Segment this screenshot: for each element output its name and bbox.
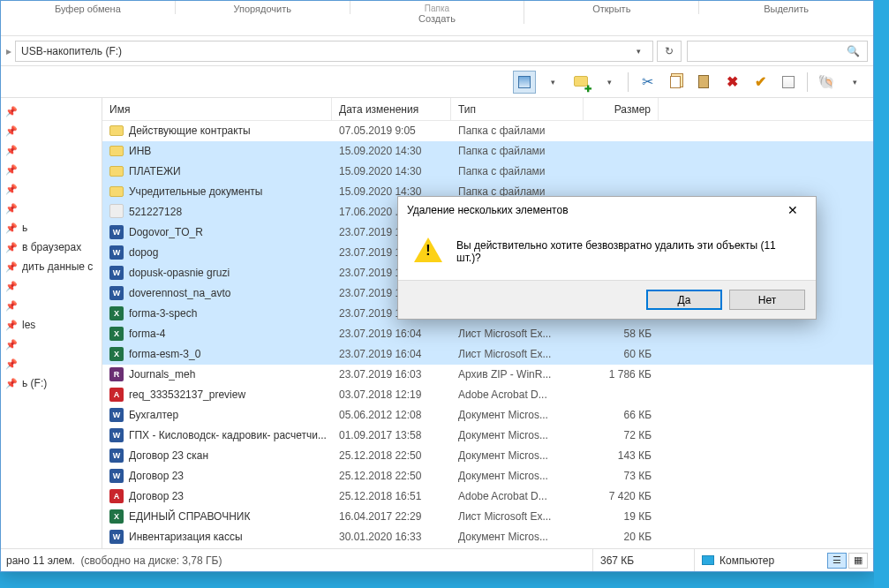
file-row[interactable]: WИнвентаризация кассы30.01.2020 16:33Док… [102,527,873,547]
yes-button[interactable]: Да [646,290,722,310]
file-row[interactable]: WБухгалтер05.06.2012 12:08Документ Micro… [102,405,873,426]
col-type[interactable]: Тип [451,98,584,120]
status-bar: рано 11 элем. (свободно на диске: 3,78 Г… [1,548,873,571]
file-row[interactable]: WДоговор 2325.12.2018 22:50Документ Micr… [102,466,873,486]
sidebar-item[interactable]: 📌 [4,102,102,121]
file-row[interactable]: AДоговор 2325.12.2018 16:51Adobe Acrobat… [102,486,873,507]
file-icon: X [109,509,124,524]
sidebar-item[interactable]: 📌 [4,276,102,296]
ribbon-group-clipboard[interactable]: Буфер обмена [1,1,176,14]
sidebar-item[interactable]: 📌 [4,140,102,160]
sidebar[interactable]: 📌📌📌📌📌📌📌ь📌в браузерах📌дить данные с📌📌📌les… [1,98,102,548]
file-row[interactable]: Xforma-423.07.2019 16:04Лист Microsoft E… [102,324,873,344]
sidebar-item[interactable]: 📌 [4,121,102,140]
delete-icon[interactable]: ✖ [720,71,743,94]
copy-icon[interactable] [664,71,687,94]
view-details-icon[interactable] [513,71,536,94]
ribbon-group-new[interactable]: Папка Создать [350,1,525,24]
file-date-cell: 25.12.2018 22:50 [332,449,451,462]
no-button[interactable]: Нет [729,290,805,310]
file-row[interactable]: WДоговор 23 скан25.12.2018 22:50Документ… [102,446,873,466]
file-name-cell: WДоговор 23 [102,469,332,483]
file-name-cell: WИнвентаризация кассы [102,530,332,544]
dialog-titlebar[interactable]: Удаление нескольких элементов ✕ [398,197,816,223]
sidebar-item[interactable]: 📌ь [4,218,102,237]
file-list-panel: Имя Дата изменения Тип Размер Действующи… [102,98,873,548]
sidebar-item[interactable]: 📌 [4,199,102,218]
ribbon-group-organize[interactable]: Упорядочить [176,1,350,14]
file-name-cell: Xforma-esm-3_0 [102,347,332,361]
new-dropdown-icon[interactable]: ▾ [598,71,621,94]
col-date[interactable]: Дата изменения [332,98,451,120]
file-icon: W [109,225,124,239]
details-view-icon[interactable]: ☰ [827,553,847,569]
file-row[interactable]: Xforma-esm-3_023.07.2019 16:04Лист Micro… [102,344,873,365]
file-name-cell: Xforma-3-spech [102,306,332,320]
ribbon-group-open[interactable]: Открыть [524,1,699,14]
address-bar[interactable]: USB-накопитель (F:) ▾ [15,41,653,62]
sidebar-item[interactable]: 📌 [4,160,102,179]
file-size-cell: 73 КБ [584,470,659,482]
address-dropdown-icon[interactable]: ▾ [629,47,647,56]
file-type-cell: Документ Micros... [451,449,584,462]
file-size-cell: 60 КБ [584,348,659,360]
file-icon: A [109,489,124,503]
file-name: dopog [129,246,158,259]
cut-icon[interactable]: ✂ [636,71,659,94]
file-icon [109,124,124,139]
refresh-button[interactable]: ↻ [657,41,682,62]
file-row[interactable]: XЕДИНЫЙ СПРАВОЧНИК16.04.2017 22:29Лист M… [102,507,873,527]
file-row[interactable]: RJournals_meh23.07.2019 16:03Архив ZIP -… [102,365,873,385]
new-folder-icon[interactable]: ✚ [569,71,592,94]
file-icon [109,185,124,200]
file-row[interactable]: ИНВ15.09.2020 14:30Папка с файлами [102,141,873,162]
status-computer: Компьютер [694,549,822,571]
col-name[interactable]: Имя [102,98,332,120]
shell-icon[interactable]: 🐚 [815,71,838,94]
sidebar-item[interactable]: 📌 [4,335,102,354]
file-name: forma-esm-3_0 [129,348,200,360]
pin-icon: 📌 [6,203,17,214]
file-icon: W [109,266,124,280]
file-row[interactable]: WГПХ - Кисловодск- кадровик- расчетчи...… [102,426,873,446]
view-dropdown-icon[interactable]: ▾ [541,71,564,94]
body: 📌📌📌📌📌📌📌ь📌в браузерах📌дить данные с📌📌📌les… [1,98,873,548]
search-input[interactable]: 🔍 [687,41,868,62]
file-name: Договор 23 [129,470,184,482]
pin-icon: 📌 [6,281,17,291]
file-name: 521227128 [129,206,182,218]
shell-dropdown-icon[interactable]: ▾ [843,71,866,94]
sidebar-item-label: дить данные с [22,260,93,273]
sidebar-item[interactable]: 📌в браузерах [4,237,102,257]
properties-icon[interactable] [777,71,800,94]
file-date-cell: 15.09.2020 14:30 [332,145,451,157]
file-icon: W [109,286,124,300]
status-size: 367 КБ [592,549,694,571]
sidebar-item[interactable]: 📌 [4,354,102,373]
col-size[interactable]: Размер [584,98,659,120]
nav-chevron-icon[interactable]: ▸ [6,45,15,57]
sidebar-item[interactable]: 📌 [4,296,102,315]
paste-icon[interactable] [692,71,715,94]
ribbon: Буфер обмена Упорядочить Папка Создать О… [1,1,873,36]
file-name-cell: WБухгалтер [102,408,332,422]
file-row[interactable]: Действующие контракты07.05.2019 9:05Папк… [102,121,873,141]
file-rows[interactable]: Действующие контракты07.05.2019 9:05Папк… [102,121,873,548]
file-size-cell: 143 КБ [584,449,659,462]
file-row[interactable]: Areq_333532137_preview03.07.2018 12:19Ad… [102,385,873,405]
file-row[interactable]: ПЛАТЕЖИ15.09.2020 14:30Папка с файлами [102,162,873,182]
sidebar-item[interactable]: 📌 [4,179,102,199]
file-date-cell: 01.09.2017 13:58 [332,429,451,441]
close-button[interactable]: ✕ [775,199,810,222]
file-icon: W [109,245,124,260]
file-name-cell: ИНВ [102,144,332,159]
sidebar-item[interactable]: 📌дить данные с [4,257,102,276]
pin-icon: 📌 [6,164,17,175]
sidebar-item[interactable]: 📌les [4,315,102,335]
file-type-cell: Документ Micros... [451,429,584,441]
ribbon-group-select[interactable]: Выделить [699,1,873,14]
confirm-icon[interactable]: ✔ [749,71,772,94]
pin-icon: 📌 [6,145,17,155]
sidebar-item[interactable]: 📌ь (F:) [4,373,102,393]
tiles-view-icon[interactable]: ▦ [848,553,868,569]
